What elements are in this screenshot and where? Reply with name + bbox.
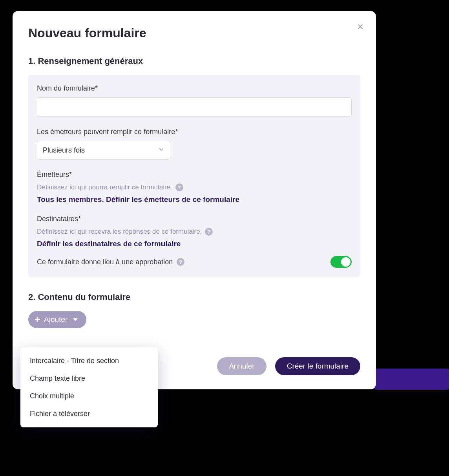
create-button[interactable]: Créer le formulaire	[275, 357, 360, 375]
toggle-knob	[341, 257, 350, 267]
emitters-fill-label: Les émetteurs peuvent remplir ce formula…	[37, 128, 352, 136]
emitters-link[interactable]: Tous les membres. Définir les émetteurs …	[37, 195, 352, 204]
section-2-title: 2. Contenu du formulaire	[28, 292, 360, 302]
background-stripe	[374, 369, 449, 390]
approval-row: Ce formulaire donne lieu à une approbati…	[37, 256, 352, 268]
recipients-link[interactable]: Définir les destinataires de ce formulai…	[37, 240, 352, 248]
emitters-help: Définissez ici qui pourra remplir ce for…	[37, 183, 352, 191]
close-icon	[356, 23, 364, 31]
menu-item-section-title[interactable]: Intercalaire - Titre de section	[20, 352, 158, 370]
help-icon[interactable]: ?	[175, 183, 183, 191]
add-button-label: Ajouter	[44, 315, 68, 324]
plus-icon: +	[35, 315, 40, 324]
general-info-panel: Nom du formulaire* Les émetteurs peuvent…	[28, 75, 360, 277]
new-form-modal: Nouveau formulaire 1. Renseignement géné…	[13, 11, 376, 389]
form-name-input[interactable]	[37, 97, 352, 117]
menu-item-free-text[interactable]: Champ texte libre	[20, 370, 158, 387]
recipients-label: Destinataires*	[37, 215, 352, 223]
menu-item-file-upload[interactable]: Fichier à téléverser	[20, 405, 158, 423]
menu-item-multiple-choice[interactable]: Choix multiple	[20, 387, 158, 405]
cancel-button[interactable]: Annuler	[217, 357, 266, 375]
emitters-label: Émetteurs*	[37, 171, 352, 179]
help-icon[interactable]: ?	[177, 258, 184, 266]
recipients-help-text: Définissez ici qui recevra les réponses …	[37, 228, 202, 236]
form-name-label: Nom du formulaire*	[37, 84, 352, 93]
emitters-help-text: Définissez ici qui pourra remplir ce for…	[37, 183, 172, 191]
approval-label-wrap: Ce formulaire donne lieu à une approbati…	[37, 258, 184, 266]
add-dropdown-menu: Intercalaire - Titre de section Champ te…	[20, 347, 158, 427]
emitters-fill-select[interactable]	[37, 141, 170, 160]
caret-down-icon	[73, 318, 78, 321]
add-button[interactable]: + Ajouter	[28, 311, 86, 328]
approval-toggle[interactable]	[330, 256, 352, 268]
help-icon[interactable]: ?	[205, 228, 213, 236]
close-button[interactable]	[356, 22, 365, 31]
modal-title: Nouveau formulaire	[28, 26, 360, 40]
approval-label: Ce formulaire donne lieu à une approbati…	[37, 258, 173, 266]
section-1-title: 1. Renseignement généraux	[28, 56, 360, 66]
recipients-help: Définissez ici qui recevra les réponses …	[37, 228, 352, 236]
